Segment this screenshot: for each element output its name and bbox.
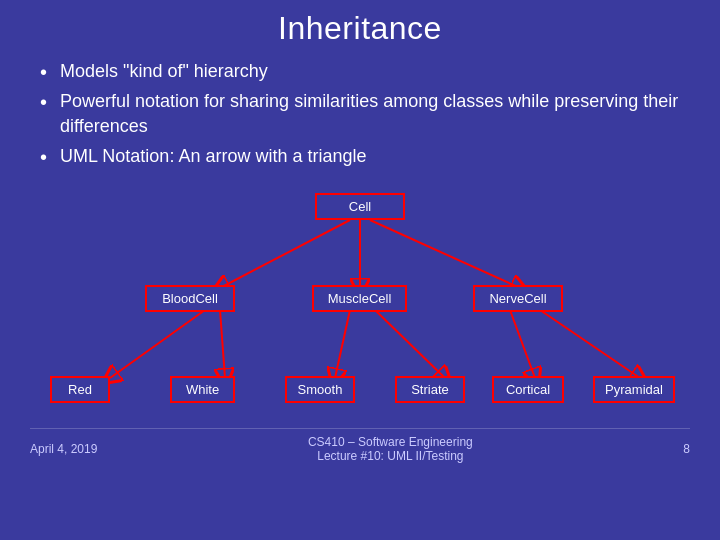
bullet-list: Models "kind of" hierarchy Powerful nota… [30,59,690,174]
svg-line-6 [335,310,350,378]
footer: April 4, 2019 CS410 – Software Engineeri… [30,428,690,463]
node-smooth: Smooth [285,376,355,403]
footer-page: 8 [683,442,690,456]
svg-line-7 [375,310,445,378]
svg-line-3 [370,220,520,288]
svg-line-5 [220,310,225,378]
node-pyramidal: Pyramidal [593,376,675,403]
svg-line-8 [510,310,535,378]
footer-date: April 4, 2019 [30,442,97,456]
node-cortical: Cortical [492,376,564,403]
node-red: Red [50,376,110,403]
node-white: White [170,376,235,403]
bullet-3: UML Notation: An arrow with a triangle [40,144,690,168]
node-nervecell: NerveCell [473,285,563,312]
node-bloodcell: BloodCell [145,285,235,312]
footer-course: CS410 – Software Engineering Lecture #10… [97,435,683,463]
node-cell: Cell [315,193,405,220]
bullet-1: Models "kind of" hierarchy [40,59,690,83]
slide: Inheritance Models "kind of" hierarchy P… [0,0,720,540]
bullet-2: Powerful notation for sharing similariti… [40,89,690,138]
slide-title: Inheritance [30,10,690,47]
tree-diagram: Cell BloodCell MuscleCell NerveCell Red … [30,188,690,428]
svg-line-4 [110,310,205,378]
node-striate: Striate [395,376,465,403]
svg-line-1 [220,220,350,288]
svg-line-9 [540,310,640,378]
node-musclecell: MuscleCell [312,285,407,312]
